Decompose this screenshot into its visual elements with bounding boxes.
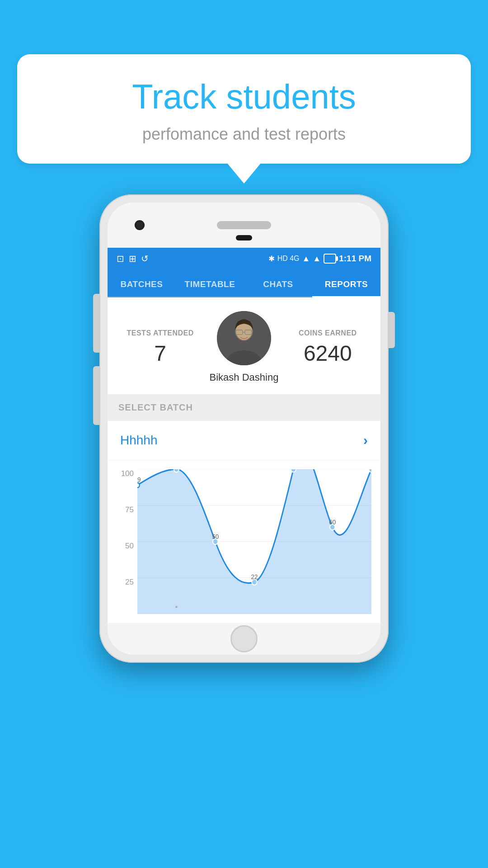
svg-text:89: 89 bbox=[137, 476, 141, 483]
y-label-100: 100 bbox=[117, 469, 137, 478]
svg-text:•: • bbox=[175, 603, 178, 612]
tab-reports[interactable]: REPORTS bbox=[312, 269, 380, 297]
avatar bbox=[217, 311, 271, 365]
speech-bubble-card: Track students perfomance and test repor… bbox=[17, 54, 471, 164]
phone-bezel-bottom bbox=[108, 623, 380, 655]
icon-sync: ↺ bbox=[141, 253, 149, 264]
svg-text:60: 60 bbox=[329, 518, 336, 526]
icon-bluetooth: ✱ bbox=[268, 254, 275, 264]
speech-title: Track students bbox=[44, 78, 444, 116]
front-sensor bbox=[236, 235, 252, 241]
coins-earned-label: COINS EARNED bbox=[286, 329, 370, 337]
battery-icon bbox=[324, 254, 336, 264]
status-icons-left: ⊡ ⊞ ↺ bbox=[117, 253, 149, 264]
svg-text:22: 22 bbox=[251, 573, 258, 581]
speaker bbox=[217, 221, 271, 229]
chevron-right-icon: › bbox=[363, 433, 368, 448]
profile-name: Bikash Dashing bbox=[210, 372, 279, 383]
select-batch-row: SELECT BATCH bbox=[108, 394, 380, 421]
svg-text:50: 50 bbox=[212, 533, 219, 540]
tests-attended-value: 7 bbox=[118, 341, 202, 366]
batch-name: Hhhhh bbox=[120, 433, 158, 448]
nav-tabs: BATCHES TIMETABLE CHATS REPORTS bbox=[108, 269, 380, 297]
phone-mockup: ⊡ ⊞ ↺ ✱ HD 4G ▲ ▲ 1:11 PM bbox=[99, 194, 389, 663]
tab-batches[interactable]: BATCHES bbox=[108, 269, 176, 297]
icon-clock: ⊡ bbox=[117, 253, 124, 264]
select-batch-label: SELECT BATCH bbox=[118, 402, 193, 412]
tab-timetable[interactable]: TIMETABLE bbox=[176, 269, 244, 297]
camera bbox=[135, 220, 145, 230]
y-axis: 100 75 50 25 bbox=[117, 469, 137, 614]
coins-earned-block: COINS EARNED 6240 bbox=[286, 329, 370, 366]
network-label: HD 4G bbox=[277, 255, 300, 263]
phone-bezel-top bbox=[108, 203, 380, 248]
y-label-75: 75 bbox=[117, 505, 137, 514]
profile-section: TESTS ATTENDED 7 bbox=[108, 297, 380, 394]
svg-point-18 bbox=[369, 469, 371, 472]
batch-item[interactable]: Hhhhh › bbox=[108, 421, 380, 460]
status-bar: ⊡ ⊞ ↺ ✱ HD 4G ▲ ▲ 1:11 PM bbox=[108, 248, 380, 269]
avatar-block: Bikash Dashing bbox=[202, 311, 286, 383]
tests-attended-label: TESTS ATTENDED bbox=[118, 329, 202, 337]
home-button[interactable] bbox=[230, 625, 258, 652]
svg-point-12 bbox=[137, 483, 140, 488]
icon-signal2: ▲ bbox=[313, 254, 321, 264]
icon-signal1: ▲ bbox=[302, 254, 310, 264]
time-display: 1:11 PM bbox=[339, 254, 371, 264]
coins-earned-value: 6240 bbox=[286, 341, 370, 366]
tests-attended-block: TESTS ATTENDED 7 bbox=[118, 329, 202, 366]
tab-chats[interactable]: CHATS bbox=[244, 269, 312, 297]
chart-container: 100 75 50 25 bbox=[117, 469, 371, 614]
chart-section: 100 75 50 25 bbox=[108, 460, 380, 623]
status-icons-right: ✱ HD 4G ▲ ▲ 1:11 PM bbox=[268, 254, 371, 264]
chart-area: 89 100 50 22 100 60 100 • bbox=[137, 469, 371, 614]
y-label-50: 50 bbox=[117, 542, 137, 551]
svg-point-13 bbox=[174, 469, 179, 472]
icon-image: ⊞ bbox=[129, 253, 136, 264]
speech-subtitle: perfomance and test reports bbox=[44, 125, 444, 144]
y-label-25: 25 bbox=[117, 578, 137, 587]
svg-point-16 bbox=[291, 469, 296, 472]
